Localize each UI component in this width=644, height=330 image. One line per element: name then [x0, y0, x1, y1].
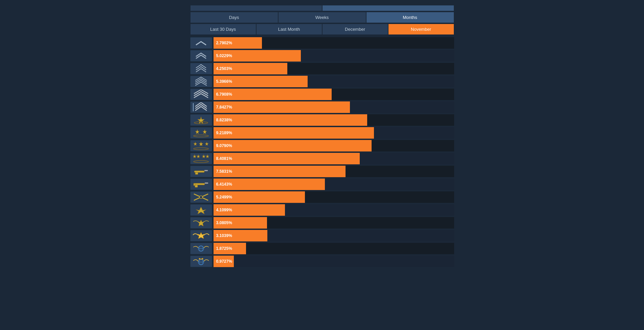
svg-rect-18	[194, 183, 205, 185]
november-tab[interactable]: November	[388, 24, 454, 35]
svg-marker-3	[195, 129, 199, 134]
rank-icon-12	[190, 179, 212, 190]
main-container: Days Weeks Months Last 30 Days Last Mont…	[190, 5, 454, 327]
svg-marker-10	[193, 155, 196, 158]
rank-icon-9	[190, 140, 212, 151]
more-stats-tab[interactable]	[322, 5, 454, 11]
rank-icon-2	[190, 50, 212, 62]
rank-icon-4	[190, 76, 212, 87]
months-tab[interactable]: Months	[366, 12, 454, 23]
bar-area-13: 5.2499%	[214, 191, 454, 203]
chart-row: 5.3966%	[190, 75, 454, 88]
bar-13: 5.2499%	[214, 191, 305, 203]
svg-marker-8	[205, 142, 208, 146]
bar-area-14: 4.1099%	[214, 204, 454, 216]
chart-row: 9.0790%	[190, 140, 454, 152]
bar-3: 4.2503%	[214, 63, 288, 74]
chart-row: 7.5831%	[190, 165, 454, 178]
bar-8: 9.2189%	[214, 127, 374, 139]
bar-18: 0.9727%	[214, 256, 234, 267]
bar-area-8: 9.2189%	[214, 127, 454, 139]
bar-area-18: 0.9727%	[214, 256, 454, 267]
chart-row: 4.1099%	[190, 204, 454, 216]
bar-11: 7.5831%	[214, 166, 346, 177]
december-tab[interactable]: December	[322, 24, 388, 35]
svg-point-14	[194, 161, 208, 163]
chart-row: 1.8725%	[190, 242, 454, 255]
chart-row: 8.4081%	[190, 152, 454, 165]
chart-row: 7.8427%	[190, 101, 454, 113]
sub-tabs: Last 30 Days Last Month December Novembe…	[190, 24, 454, 35]
chart-row: 2.7902%	[190, 37, 454, 49]
svg-rect-21	[194, 183, 195, 186]
bar-10: 8.4081%	[214, 153, 360, 164]
rank-icon-15	[190, 217, 212, 229]
rank-icon-14	[190, 204, 212, 216]
bar-16: 3.1039%	[214, 230, 268, 241]
rank-icon-7	[190, 114, 212, 126]
svg-marker-12	[202, 155, 205, 158]
svg-rect-20	[195, 185, 198, 187]
chart-row: 3.0805%	[190, 217, 454, 229]
svg-marker-4	[203, 129, 207, 134]
rank-icon-13	[190, 191, 212, 203]
svg-rect-17	[195, 172, 198, 174]
bar-area-5: 6.7908%	[214, 89, 454, 100]
chart-row: 6.7908%	[190, 88, 454, 100]
bar-area-11: 7.5831%	[214, 166, 454, 177]
rank-icon-5	[190, 89, 212, 100]
bar-9: 9.0790%	[214, 140, 372, 151]
svg-marker-13	[206, 155, 209, 158]
svg-point-5	[194, 135, 208, 137]
rank-icon-8	[190, 127, 212, 139]
rank-icon-11	[190, 166, 212, 177]
svg-rect-19	[205, 183, 208, 184]
chart-row: 4.2503%	[190, 63, 454, 75]
last30days-tab[interactable]: Last 30 Days	[190, 24, 256, 35]
svg-point-24	[200, 196, 202, 198]
rank-icon-1	[190, 37, 212, 49]
rank-icon-18	[190, 256, 212, 267]
rank-icon-6	[190, 101, 212, 113]
svg-rect-15	[194, 171, 204, 172]
lastmonth-tab[interactable]: Last Month	[256, 24, 322, 35]
chart-row: 5.2499%	[190, 191, 454, 203]
svg-marker-1	[198, 117, 204, 124]
svg-marker-6	[194, 142, 197, 146]
bar-5: 6.7908%	[214, 89, 332, 100]
days-tab[interactable]: Days	[190, 12, 278, 23]
bar-area-10: 8.4081%	[214, 153, 454, 164]
svg-point-9	[194, 148, 208, 150]
bar-17: 1.8725%	[214, 243, 246, 254]
chart-row: 3.1039%	[190, 230, 454, 242]
bar-area-9: 9.0790%	[214, 140, 454, 151]
bar-6: 7.8427%	[214, 101, 350, 113]
chart-row: 6.4143%	[190, 178, 454, 190]
svg-rect-16	[204, 170, 208, 171]
bar-area-12: 6.4143%	[214, 179, 454, 190]
bar-area-4: 5.3966%	[214, 76, 454, 87]
bar-2: 5.0229%	[214, 50, 301, 62]
rank-icon-17	[190, 243, 212, 254]
bar-1: 2.7902%	[214, 37, 262, 49]
bar-area-15: 3.0805%	[214, 217, 454, 229]
rank-icon-16	[190, 230, 212, 241]
top-nav	[190, 5, 454, 11]
bar-area-16: 3.1039%	[214, 230, 454, 241]
bar-area-2: 5.0229%	[214, 50, 454, 62]
top-players-tab[interactable]	[190, 5, 322, 11]
bar-12: 6.4143%	[214, 179, 325, 190]
bar-14: 4.1099%	[214, 204, 285, 216]
bar-15: 3.0805%	[214, 217, 267, 229]
weeks-tab[interactable]: Weeks	[278, 12, 366, 23]
chart-row: 0.9727%	[190, 255, 454, 267]
chart-row: 9.2189%	[190, 127, 454, 139]
bar-7: 8.8238%	[214, 114, 367, 126]
chart-container: 2.7902%5.0229%4.2503%5.3966%6.7908%7.842…	[190, 37, 454, 267]
bar-area-1: 2.7902%	[214, 37, 454, 49]
bar-area-7: 8.8238%	[214, 114, 454, 126]
bar-area-6: 7.8427%	[214, 101, 454, 113]
svg-marker-7	[199, 142, 203, 146]
chart-row: 8.8238%	[190, 114, 454, 126]
bar-area-17: 1.8725%	[214, 243, 454, 254]
